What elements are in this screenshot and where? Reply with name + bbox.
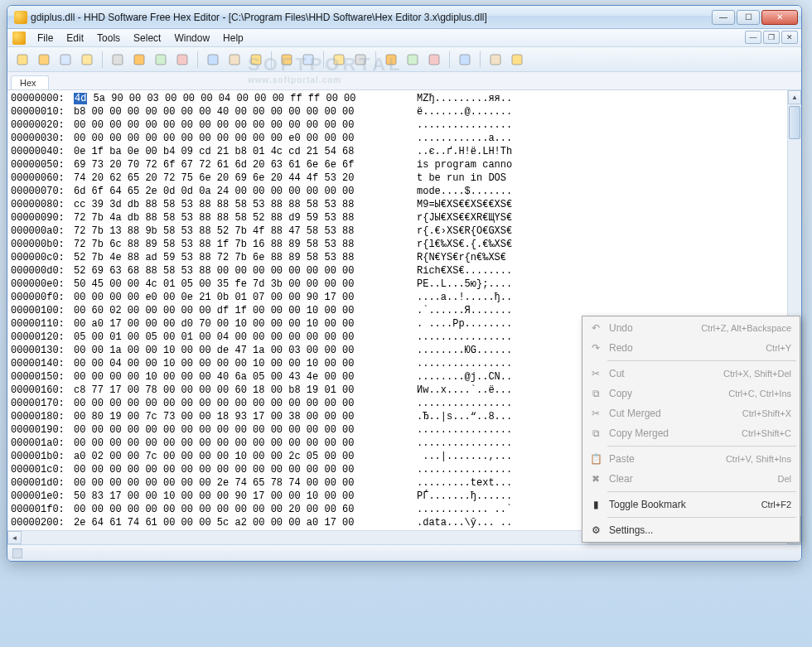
- hex-row[interactable]: 00000030:00 00 00 00 00 00 00 00 00 00 0…: [11, 132, 784, 145]
- hex-ascii[interactable]: t be run in DOS: [389, 171, 512, 185]
- hex-bytes[interactable]: 00 80 19 00 7c 73 00 00 18 93 17 00 38 0…: [74, 410, 389, 423]
- hex-ascii[interactable]: .........text...: [389, 476, 512, 490]
- mdi-minimize-button[interactable]: —: [745, 31, 761, 44]
- hex-ascii[interactable]: ................: [389, 357, 512, 370]
- hex-row[interactable]: 000000d0:52 69 63 68 88 58 53 88 00 00 0…: [11, 264, 784, 278]
- hex-bytes[interactable]: 00 00 00 00 10 00 00 00 40 6a 05 00 43 4…: [74, 370, 389, 384]
- hex-bytes[interactable]: 2e 64 61 74 61 00 00 00 5c a2 00 00 00 a…: [74, 516, 389, 529]
- hex-bytes[interactable]: 00 00 1a 00 00 10 00 00 de 47 1a 00 03 0…: [74, 344, 389, 357]
- hex-bytes[interactable]: 05 00 01 00 05 00 01 00 04 00 00 00 00 0…: [74, 331, 389, 344]
- hex-ascii[interactable]: ................: [389, 423, 512, 437]
- menu-window[interactable]: Window: [167, 31, 216, 46]
- hex-ascii[interactable]: ................: [389, 397, 512, 410]
- hex-bytes[interactable]: b8 00 00 00 00 00 00 00 40 00 00 00 00 0…: [74, 105, 389, 118]
- hex-row[interactable]: 00000040:0e 1f ba 0e 00 b4 09 cd 21 b8 0…: [11, 145, 784, 158]
- hex-ascii[interactable]: ....а..!.....ђ..: [389, 291, 512, 304]
- open-folder-icon[interactable]: [77, 50, 97, 70]
- menu-help[interactable]: Help: [216, 31, 250, 46]
- hex-bytes[interactable]: 74 20 62 65 20 72 75 6e 20 69 6e 20 44 4…: [74, 171, 389, 185]
- hex-bytes[interactable]: 52 69 63 68 88 58 53 88 00 00 00 00 00 0…: [74, 264, 389, 278]
- compare-icon[interactable]: [455, 50, 475, 70]
- minimize-button[interactable]: —: [712, 10, 735, 25]
- hex-row[interactable]: 00000090:72 7b 4a db 88 58 53 88 88 58 5…: [11, 211, 784, 225]
- hex-ascii[interactable]: ............а...: [389, 132, 512, 145]
- hex-ascii[interactable]: ..є..ґ.Н!ё.LН!Th: [389, 145, 512, 158]
- find-icon[interactable]: [203, 50, 223, 70]
- hex-bytes[interactable]: 00 00 00 00 00 00 00 00 00 00 00 00 00 0…: [74, 397, 389, 410]
- menu-select[interactable]: Select: [127, 31, 167, 46]
- hex-bytes[interactable]: 00 00 00 00 00 00 00 00 00 00 00 00 00 0…: [74, 437, 389, 450]
- close-button[interactable]: ✕: [761, 10, 798, 25]
- hex-bytes[interactable]: 00 00 00 00 00 00 00 00 00 00 00 00 00 0…: [74, 423, 389, 437]
- undo-icon[interactable]: [277, 50, 297, 70]
- hex-ascii[interactable]: ...|.......,...: [389, 450, 512, 463]
- menu-tools[interactable]: Tools: [90, 31, 127, 46]
- hex-ascii[interactable]: R{N€­YS€r{n€‰XS€: [389, 251, 506, 264]
- bookmark-toggle-icon[interactable]: [381, 50, 401, 70]
- hex-row[interactable]: 00000000:4d 5a 90 00 03 00 00 00 04 00 0…: [11, 92, 784, 105]
- hex-row[interactable]: 000000f0:00 00 00 00 e0 00 0e 21 0b 01 0…: [11, 291, 784, 304]
- hex-bytes[interactable]: 50 83 17 00 00 10 00 00 00 90 17 00 00 1…: [74, 490, 389, 503]
- new-file-icon[interactable]: [12, 50, 32, 70]
- context-menu-settings[interactable]: ⚙Settings...: [584, 520, 798, 540]
- hex-bytes[interactable]: 72 7b 4a db 88 58 53 88 88 58 52 88 d9 5…: [74, 211, 389, 225]
- hex-ascii[interactable]: mode....$.......: [389, 185, 512, 198]
- scroll-up-arrow[interactable]: ▲: [788, 90, 801, 104]
- hex-ascii[interactable]: . ....Рp........: [389, 317, 512, 331]
- hex-bytes[interactable]: 72 7b 13 88 9b 58 53 88 52 7b 4f 88 47 5…: [74, 225, 389, 238]
- hex-ascii[interactable]: PЃ.......ђ......: [389, 490, 512, 503]
- hex-bytes[interactable]: 00 90 00 00 00 a0 17 00 00 00 00 00 00 0…: [74, 529, 389, 530]
- titlebar[interactable]: gdiplus.dll - HHD Software Free Hex Edit…: [7, 6, 801, 29]
- hex-row[interactable]: 000000b0:72 7b 6c 88 89 58 53 88 1f 7b 1…: [11, 238, 784, 251]
- hex-bytes[interactable]: 0e 1f ba 0e 00 b4 09 cd 21 b8 01 4c cd 2…: [74, 145, 389, 158]
- hex-row[interactable]: 000000a0:72 7b 13 88 9b 58 53 88 52 7b 4…: [11, 225, 784, 238]
- hex-row[interactable]: 00000080:cc 39 3d db 88 58 53 88 88 58 5…: [11, 198, 784, 211]
- hex-ascii[interactable]: PE..L...5ю};....: [389, 278, 512, 291]
- hex-bytes[interactable]: 00 00 04 00 00 10 00 00 00 00 10 00 00 1…: [74, 357, 389, 370]
- hex-ascii[interactable]: MZђ.........яя..: [389, 92, 512, 105]
- hex-ascii[interactable]: .`......Я.......: [389, 304, 512, 317]
- hex-bytes[interactable]: 00 a0 17 00 00 00 d0 70 00 10 00 00 00 1…: [74, 317, 389, 331]
- hex-ascii[interactable]: .Ђ..|s...“..8...: [389, 410, 512, 423]
- hex-row[interactable]: 00000070:6d 6f 64 65 2e 0d 0d 0a 24 00 0…: [11, 185, 784, 198]
- hex-row[interactable]: 000000c0:52 7b 4e 88 ad 59 53 88 72 7b 6…: [11, 251, 784, 264]
- maximize-button[interactable]: ☐: [737, 10, 760, 25]
- hex-ascii[interactable]: .data...\ў... ..: [389, 516, 512, 529]
- hex-bytes[interactable]: 00 00 00 00 00 00 00 00 00 00 00 00 20 0…: [74, 503, 389, 516]
- mdi-close-button[interactable]: ✕: [781, 31, 798, 44]
- scroll-left-arrow[interactable]: ◄: [7, 531, 22, 544]
- hex-ascii[interactable]: ................: [389, 331, 512, 344]
- hex-ascii[interactable]: ............ ..`: [389, 503, 512, 516]
- goto-icon[interactable]: [350, 50, 370, 70]
- open-file-icon[interactable]: [34, 50, 54, 70]
- hex-ascii[interactable]: ................: [389, 437, 512, 450]
- find-next-icon[interactable]: [225, 50, 244, 70]
- hex-bytes[interactable]: 69 73 20 70 72 6f 67 72 61 6d 20 63 61 6…: [74, 158, 389, 171]
- hex-bytes[interactable]: c8 77 17 00 78 00 00 00 00 60 18 00 b8 1…: [74, 384, 389, 397]
- save-icon[interactable]: [56, 50, 75, 70]
- hex-bytes[interactable]: a0 02 00 00 7c 00 00 00 00 10 00 00 2c 0…: [74, 450, 389, 463]
- settings-icon[interactable]: [486, 50, 505, 70]
- hex-bytes[interactable]: 52 7b 4e 88 ad 59 53 88 72 7b 6e 88 89 5…: [74, 251, 389, 264]
- context-menu-toggle-bookmark[interactable]: ▮Toggle BookmarkCtrl+F2: [584, 495, 798, 514]
- hex-bytes[interactable]: 72 7b 6c 88 89 58 53 88 1f 7b 16 88 89 5…: [74, 238, 389, 251]
- select-all-icon[interactable]: [329, 50, 349, 70]
- hex-ascii[interactable]: r{.€›XS€R{O€GXS€: [389, 225, 512, 238]
- hex-bytes[interactable]: cc 39 3d db 88 58 53 88 88 58 53 88 88 5…: [74, 198, 389, 211]
- hex-row[interactable]: 00000060:74 20 62 65 20 72 75 6e 20 69 6…: [11, 171, 784, 185]
- scroll-thumb[interactable]: [789, 106, 800, 139]
- hex-row[interactable]: 00000020:00 00 00 00 00 00 00 00 00 00 0…: [11, 118, 784, 132]
- hex-bytes[interactable]: 00 00 00 00 00 00 00 00 00 00 00 00 00 0…: [74, 463, 389, 476]
- hex-bytes[interactable]: 6d 6f 64 65 2e 0d 0d 0a 24 00 00 00 00 0…: [74, 185, 389, 198]
- hex-bytes[interactable]: 00 00 00 00 e0 00 0e 21 0b 01 07 00 00 9…: [74, 291, 389, 304]
- hex-ascii[interactable]: r{l€‰XS€.{.€‰XS€: [389, 238, 512, 251]
- hex-ascii[interactable]: ё.......@.......: [389, 105, 512, 118]
- cut-icon[interactable]: [129, 50, 149, 70]
- hex-ascii[interactable]: is program canno: [389, 158, 512, 171]
- tab-hex[interactable]: Hex: [11, 75, 49, 89]
- properties-icon[interactable]: [108, 50, 128, 70]
- hex-ascii[interactable]: .ђ... ..........: [389, 529, 512, 530]
- menu-file[interactable]: File: [31, 31, 60, 46]
- hex-ascii[interactable]: М9=Ы€XS€€XS€€XS€: [389, 198, 512, 211]
- hex-ascii[interactable]: r{JЫ€XS€€XR€ЩYS€: [389, 211, 512, 225]
